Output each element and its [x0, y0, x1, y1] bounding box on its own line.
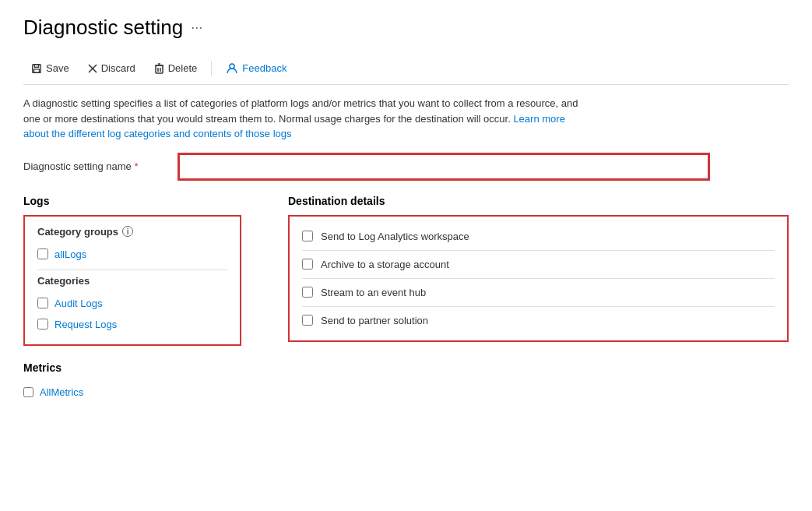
- allLogs-checkbox[interactable]: [37, 248, 48, 259]
- metrics-section-title: Metrics: [23, 361, 241, 374]
- discard-button[interactable]: Discard: [80, 58, 143, 78]
- request-logs-checkbox[interactable]: [37, 319, 48, 330]
- allLogs-label[interactable]: allLogs: [54, 248, 86, 260]
- delete-button[interactable]: Delete: [146, 58, 206, 78]
- diagnostic-name-field-row: Diagnostic setting name *: [23, 154, 789, 179]
- logs-section-title: Logs: [23, 195, 241, 207]
- destination-section-title: Destination details: [288, 195, 789, 207]
- svg-rect-5: [156, 65, 163, 73]
- divider-1: [37, 270, 227, 270]
- svg-rect-1: [34, 64, 38, 67]
- log-analytics-checkbox[interactable]: [302, 231, 313, 241]
- page-title-ellipsis: ···: [191, 19, 202, 36]
- info-icon[interactable]: i: [122, 226, 133, 237]
- page-header: Diagnostic setting ···: [23, 16, 789, 40]
- request-logs-label[interactable]: Request Logs: [54, 319, 117, 330]
- description-text: A diagnostic setting specifies a list of…: [23, 96, 584, 142]
- audit-logs-checkbox[interactable]: [37, 298, 48, 308]
- discard-icon: [88, 64, 97, 73]
- svg-rect-2: [34, 69, 40, 72]
- page-title: Diagnostic setting: [23, 16, 183, 40]
- allMetrics-item: AllMetrics: [23, 382, 241, 403]
- save-label: Save: [46, 62, 69, 74]
- delete-label: Delete: [168, 62, 198, 74]
- main-content: Logs Category groups i allLogs Categorie…: [23, 195, 789, 403]
- event-hub-item: Stream to an event hub: [302, 279, 775, 307]
- required-indicator: *: [134, 160, 138, 172]
- feedback-label: Feedback: [242, 62, 286, 74]
- audit-logs-item: Audit Logs: [37, 293, 227, 314]
- feedback-icon: [226, 63, 238, 74]
- svg-point-10: [230, 64, 234, 69]
- event-hub-checkbox[interactable]: [302, 287, 313, 298]
- destination-bordered-box: Send to Log Analytics workspace Archive …: [288, 215, 789, 342]
- storage-account-item: Archive to a storage account: [302, 251, 775, 279]
- allLogs-item: allLogs: [37, 244, 227, 265]
- delete-icon: [154, 63, 164, 74]
- partner-solution-item: Send to partner solution: [302, 307, 775, 334]
- audit-logs-label[interactable]: Audit Logs: [54, 298, 102, 309]
- categories-subsection: Categories: [37, 275, 227, 287]
- diagnostic-name-label: Diagnostic setting name *: [23, 160, 179, 172]
- save-button[interactable]: Save: [23, 58, 77, 78]
- category-groups-subsection: Category groups i: [37, 226, 227, 238]
- discard-label: Discard: [101, 62, 135, 74]
- partner-solution-checkbox[interactable]: [302, 315, 313, 326]
- log-analytics-item: Send to Log Analytics workspace: [302, 223, 775, 251]
- storage-account-checkbox[interactable]: [302, 259, 313, 270]
- metrics-section: Metrics AllMetrics: [23, 361, 241, 403]
- partner-solution-label[interactable]: Send to partner solution: [321, 315, 428, 326]
- logs-panel: Logs Category groups i allLogs Categorie…: [23, 195, 241, 403]
- allMetrics-label[interactable]: AllMetrics: [40, 386, 83, 398]
- event-hub-label[interactable]: Stream to an event hub: [321, 287, 426, 298]
- feedback-button[interactable]: Feedback: [218, 58, 294, 78]
- storage-account-label[interactable]: Archive to a storage account: [321, 259, 449, 270]
- logs-bordered-box: Category groups i allLogs Categories Aud…: [23, 215, 241, 346]
- save-icon: [31, 63, 42, 74]
- diagnostic-name-input[interactable]: [179, 154, 708, 179]
- log-analytics-label[interactable]: Send to Log Analytics workspace: [321, 231, 469, 242]
- request-logs-item: Request Logs: [37, 314, 227, 335]
- allMetrics-checkbox[interactable]: [23, 387, 33, 397]
- toolbar: Save Discard Delete Feedback: [23, 52, 789, 85]
- destination-panel: Destination details Send to Log Analytic…: [288, 195, 789, 403]
- toolbar-divider: [211, 61, 212, 76]
